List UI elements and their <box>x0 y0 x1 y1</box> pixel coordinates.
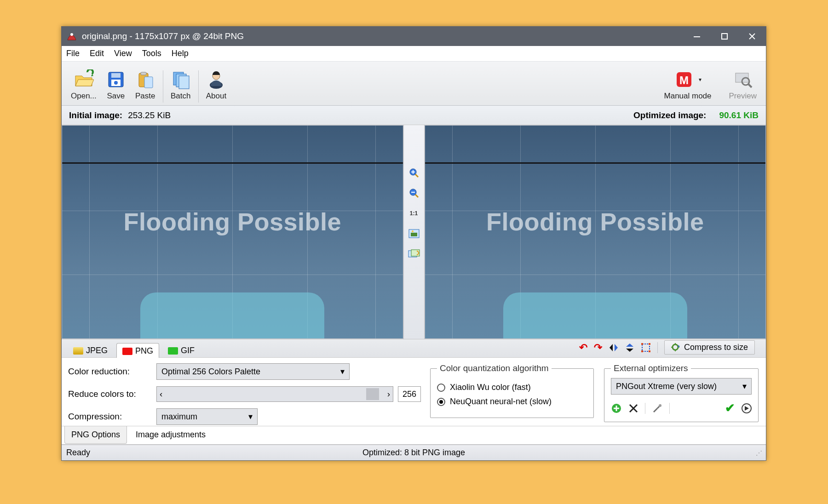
compression-select[interactable]: maximum ▾ <box>156 408 258 425</box>
toolbar-separator <box>163 70 163 103</box>
paste-label: Paste <box>135 92 155 101</box>
optimized-preview-pane[interactable]: Flooding Possible <box>425 125 766 339</box>
about-button[interactable]: About <box>201 68 231 103</box>
reduce-colors-slider[interactable]: ‹ › <box>156 386 393 402</box>
flip-vertical-button[interactable] <box>625 343 634 353</box>
close-button[interactable] <box>738 27 766 46</box>
svg-rect-22 <box>411 233 417 236</box>
slider-left-arrow[interactable]: ‹ <box>160 389 162 399</box>
magnifier-preview-icon <box>733 69 753 90</box>
color-reduction-select[interactable]: Optimal 256 Colors Palette ▾ <box>156 363 350 380</box>
save-button[interactable]: Save <box>101 68 131 103</box>
zoom-actual-button[interactable]: 1:1 <box>408 207 420 220</box>
options-panel: Color reduction: Optimal 256 Colors Pale… <box>62 358 766 426</box>
compression-value: maximum <box>161 412 197 422</box>
svg-rect-4 <box>111 73 121 78</box>
maximize-button[interactable] <box>711 27 738 46</box>
menu-view[interactable]: View <box>114 49 132 58</box>
preview-headline-optimized: Flooding Possible <box>425 207 766 236</box>
compress-to-size-label: Compress to size <box>684 343 748 352</box>
menu-edit[interactable]: Edit <box>90 49 104 58</box>
app-window: { "title": "original.png - 1175x1077 px … <box>61 26 766 461</box>
menu-help[interactable]: Help <box>172 49 189 58</box>
chevron-down-icon[interactable]: ▾ <box>699 76 702 83</box>
batch-button[interactable]: Batch <box>166 68 196 103</box>
original-preview-pane[interactable]: Flooding Possible <box>62 125 403 339</box>
main-toolbar: Open... Save Paste Batch About <box>62 62 766 106</box>
rotate-cw-button[interactable]: ↷ <box>594 342 602 354</box>
run-optimizer-button[interactable] <box>742 403 752 413</box>
compression-label: Compression: <box>68 412 151 422</box>
menu-bar: File Edit View Tools Help <box>62 46 766 62</box>
optimized-image-label: Optimized image: <box>633 110 706 120</box>
slider-thumb[interactable] <box>366 388 379 400</box>
initial-image-value: 253.25 KiB <box>128 110 171 120</box>
svg-text:M: M <box>679 74 689 86</box>
status-ready: Ready <box>66 448 90 458</box>
svg-rect-8 <box>141 72 146 75</box>
external-optimizer-select[interactable]: PNGout Xtreme (very slow) ▾ <box>611 378 752 395</box>
rotate-ccw-button[interactable]: ↶ <box>579 342 587 354</box>
batch-label: Batch <box>171 92 190 101</box>
svg-rect-2 <box>722 34 727 39</box>
preview-headline-original: Flooding Possible <box>62 207 403 236</box>
transform-tools: ↶ ↷ Compress to size <box>579 340 760 357</box>
svg-point-0 <box>70 33 73 36</box>
radio-neuquant-label: NeuQuant neural-net (slow) <box>450 397 552 407</box>
zoom-out-button[interactable] <box>408 187 420 200</box>
reduce-colors-value[interactable]: 256 <box>398 386 421 402</box>
minimize-button[interactable] <box>683 27 711 46</box>
gear-arrow-icon <box>671 343 680 352</box>
batch-icon <box>171 69 191 90</box>
menu-file[interactable]: File <box>66 49 80 58</box>
flip-horizontal-button[interactable] <box>609 343 619 352</box>
fit-window-button[interactable] <box>408 227 420 240</box>
external-optimizers-legend: External optimizers <box>611 363 691 373</box>
fit-both-button[interactable] <box>408 247 420 260</box>
zoom-in-button[interactable] <box>408 166 420 179</box>
tab-png-options[interactable]: PNG Options <box>64 426 127 444</box>
svg-rect-1 <box>694 36 700 37</box>
svg-rect-28 <box>649 343 650 345</box>
radio-icon <box>437 398 445 406</box>
remove-optimizer-button[interactable] <box>628 403 638 413</box>
preview-button[interactable]: Preview <box>724 68 761 103</box>
app-icon <box>66 31 77 42</box>
configure-optimizer-button[interactable] <box>652 403 663 414</box>
manual-mode-label: Manual mode <box>664 92 712 101</box>
tab-jpeg-label: JPEG <box>86 346 108 355</box>
radio-neuquant[interactable]: NeuQuant neural-net (slow) <box>437 397 587 407</box>
tab-image-adjustments[interactable]: Image adjustments <box>129 426 213 444</box>
resize-grip-icon[interactable]: ⋰ <box>756 449 761 457</box>
chevron-down-icon: ▾ <box>340 367 345 377</box>
apply-optimizer-button[interactable]: ✔ <box>725 401 735 415</box>
about-label: About <box>206 92 226 101</box>
about-icon <box>206 69 226 90</box>
svg-rect-27 <box>641 343 643 345</box>
external-optimizer-value: PNGout Xtreme (very slow) <box>616 382 717 391</box>
chevron-down-icon: ▾ <box>742 381 747 391</box>
jpeg-icon <box>73 347 83 355</box>
crop-button[interactable] <box>641 343 651 353</box>
radio-wu-label: Xiaolin Wu color (fast) <box>450 383 531 392</box>
window-title: original.png - 1175x1077 px @ 24bit PNG <box>82 31 244 41</box>
open-button[interactable]: Open... <box>66 68 101 103</box>
paste-button[interactable]: Paste <box>131 68 160 103</box>
slider-right-arrow[interactable]: › <box>387 389 390 399</box>
radio-icon <box>437 384 445 392</box>
compress-to-size-button[interactable]: Compress to size <box>664 340 755 355</box>
tab-png[interactable]: PNG <box>116 343 159 358</box>
quantization-legend: Color quantization algorithm <box>437 363 552 373</box>
tab-jpeg[interactable]: JPEG <box>67 343 114 357</box>
svg-rect-29 <box>641 350 643 352</box>
svg-point-6 <box>114 81 118 85</box>
add-optimizer-button[interactable] <box>611 403 622 414</box>
menu-tools[interactable]: Tools <box>142 49 161 58</box>
tab-gif[interactable]: GIF <box>162 343 201 357</box>
clipboard-paste-icon <box>135 69 155 90</box>
chevron-down-icon: ▾ <box>248 412 253 422</box>
svg-point-31 <box>673 344 678 350</box>
radio-wu[interactable]: Xiaolin Wu color (fast) <box>437 383 587 392</box>
folder-open-icon <box>74 69 94 90</box>
manual-mode-button[interactable]: M ▾ Manual mode <box>660 68 716 103</box>
